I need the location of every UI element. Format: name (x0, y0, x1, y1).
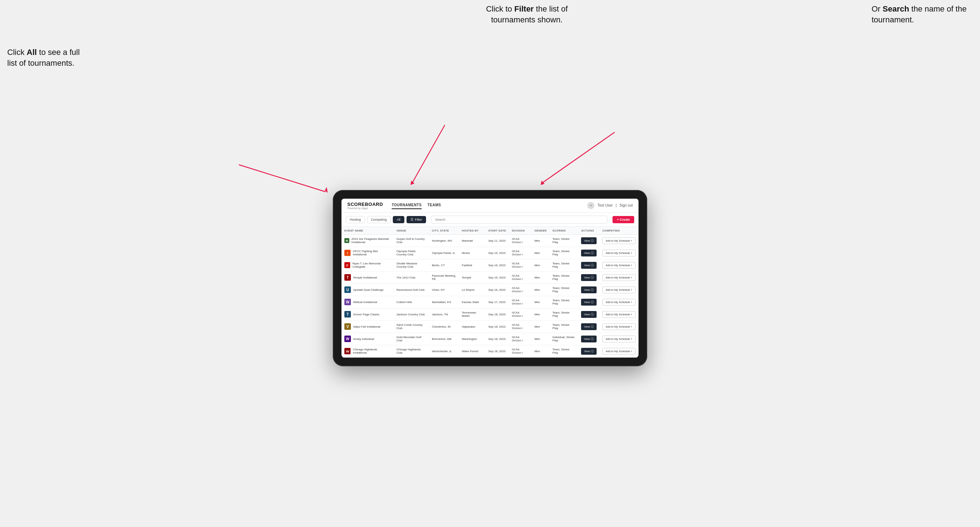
scoring-cell: Team, Stroke Play (550, 308, 578, 321)
competing-cell: Add to My Schedule + (600, 259, 638, 271)
view-button[interactable]: View ⓘ (581, 249, 597, 256)
scoring-cell: Team, Stroke Play (550, 247, 578, 259)
view-button[interactable]: View ⓘ (581, 348, 597, 355)
svg-text:W: W (346, 300, 350, 304)
division-cell: NCAA Division I (509, 296, 531, 308)
add-to-schedule-button[interactable]: Add to My Schedule + (602, 249, 636, 256)
event-name-text: Ryan T. Lee Memorial Collegiate (352, 262, 391, 268)
competing-button[interactable]: Competing (367, 216, 391, 223)
venue-cell: Chicago Highlands Club (393, 345, 429, 357)
header-right: U Test User | Sign out (587, 202, 633, 209)
view-button[interactable]: View ⓘ (581, 323, 597, 330)
view-button[interactable]: View ⓘ (581, 286, 597, 293)
view-button[interactable]: View ⓘ (581, 274, 597, 281)
division-cell: NCAA Division I (509, 247, 531, 259)
add-to-schedule-button[interactable]: Add to My Schedule + (602, 348, 636, 355)
logo-area: SCOREBOARD Powered by clippd (347, 202, 383, 210)
info-icon: ⓘ (591, 300, 594, 304)
tablet-screen: SCOREBOARD Powered by clippd TOURNAMENTS… (342, 198, 638, 357)
info-icon: ⓘ (591, 337, 594, 341)
scoring-cell: Team, Stroke Play (550, 321, 578, 333)
event-name-text: Upstate Dual Challenge (353, 288, 384, 292)
add-to-schedule-button[interactable]: Add to My Schedule + (602, 286, 636, 293)
start-date-cell: Sep 17, 2023 (485, 296, 509, 308)
scoring-cell: Team, Stroke Play (550, 235, 578, 247)
svg-text:V: V (347, 325, 349, 329)
hosted-by-cell: Tennessee-Martin (459, 308, 485, 321)
table-header-row: EVENT NAME VENUE CITY, STATE HOSTED BY S… (342, 227, 638, 235)
hosted-by-cell: Fairfield (459, 259, 485, 271)
table-row: T Temple Invitational The 1912 ClubPlymo… (342, 271, 638, 284)
competing-cell: Add to My Schedule + (600, 296, 638, 308)
scoring-cell: Individual, Stroke Play (550, 333, 578, 345)
competing-cell: Add to My Schedule + (600, 284, 638, 296)
division-cell: NCAA Division I (509, 235, 531, 247)
info-icon: ⓘ (591, 239, 594, 243)
signout-link[interactable]: Sign out (619, 203, 633, 207)
event-name-text: 2023 Joe Feaganes Marshall Invitational (352, 237, 391, 244)
svg-text:M: M (346, 239, 348, 242)
nav-tab-teams[interactable]: TEAMS (428, 202, 441, 209)
search-input[interactable] (431, 216, 608, 224)
col-actions: ACTIONS (578, 227, 600, 235)
scoring-cell: Team, Stroke Play (550, 284, 578, 296)
division-cell: NCAA Division I (509, 271, 531, 284)
venue-cell: Olympia Fields Country Club (393, 247, 429, 259)
hosting-button[interactable]: Hosting (346, 216, 365, 223)
view-button[interactable]: View ⓘ (581, 336, 597, 343)
hosted-by-cell: Le Moyne (459, 284, 485, 296)
col-start-date: START DATE (485, 227, 509, 235)
view-button[interactable]: View ⓘ (581, 311, 597, 318)
annotation-all: Click All to see a full list of tourname… (7, 47, 87, 68)
start-date-cell: Sep 16, 2023 (485, 259, 509, 271)
actions-cell: View ⓘ (578, 259, 600, 271)
city-state-cell: Jackson, TN (429, 308, 459, 321)
team-logo: U (344, 286, 351, 293)
add-to-schedule-button[interactable]: Add to My Schedule + (602, 274, 636, 281)
start-date-cell: Sep 11, 2023 (485, 235, 509, 247)
division-cell: NCAA Division I (509, 333, 531, 345)
gender-cell: Men (531, 259, 550, 271)
venue-cell: Jackson Country Club (393, 308, 429, 321)
user-avatar: U (587, 202, 595, 209)
info-icon: ⓘ (591, 276, 594, 279)
all-button[interactable]: All (393, 216, 404, 223)
view-button[interactable]: View ⓘ (581, 299, 597, 306)
filter-button[interactable]: ☰ Filter (407, 216, 426, 223)
view-button[interactable]: View ⓘ (581, 237, 597, 244)
team-logo: W (344, 299, 351, 305)
gender-cell: Men (531, 235, 550, 247)
col-division: DIVISION (509, 227, 531, 235)
venue-cell: Gold Mountain Golf Club (393, 333, 429, 345)
view-button[interactable]: View ⓘ (581, 262, 597, 269)
tablet-frame: SCOREBOARD Powered by clippd TOURNAMENTS… (333, 190, 647, 366)
hosted-by-cell: Kansas State (459, 296, 485, 308)
add-to-schedule-button[interactable]: Add to My Schedule + (602, 311, 636, 318)
nav-tab-tournaments[interactable]: TOURNAMENTS (392, 202, 422, 209)
add-to-schedule-button[interactable]: Add to My Schedule + (602, 336, 636, 343)
venue-cell: Colbert Hills (393, 296, 429, 308)
svg-marker-1 (410, 181, 414, 185)
filter-bar: Hosting Competing All ☰ Filter + Create (342, 213, 638, 227)
division-cell: NCAA Division I (509, 345, 531, 357)
actions-cell: View ⓘ (578, 321, 600, 333)
annotation-search: Or Search the name of the tournament. (872, 3, 973, 25)
hosted-by-cell: Temple (459, 271, 485, 284)
add-to-schedule-button[interactable]: Add to My Schedule + (602, 299, 636, 306)
table-row: F Ryan T. Lee Memorial Collegiate Shuttl… (342, 259, 638, 271)
filter-button-label: Filter (415, 218, 422, 221)
event-name-cell: I OFCC Fighting Illini Invitational (342, 247, 393, 259)
actions-cell: View ⓘ (578, 296, 600, 308)
competing-cell: Add to My Schedule + (600, 247, 638, 259)
start-date-cell: Sep 18, 2023 (485, 345, 509, 357)
svg-text:F: F (346, 264, 348, 267)
add-to-schedule-button[interactable]: Add to My Schedule + (602, 323, 636, 330)
add-to-schedule-button[interactable]: Add to My Schedule + (602, 237, 636, 244)
create-button[interactable]: + Create (612, 216, 634, 223)
svg-text:W: W (346, 337, 350, 341)
username: Test User (597, 203, 612, 207)
info-icon: ⓘ (591, 251, 594, 255)
city-state-cell: Olympia Fields, IL (429, 247, 459, 259)
add-to-schedule-button[interactable]: Add to My Schedule + (602, 262, 636, 269)
competing-cell: Add to My Schedule + (600, 271, 638, 284)
